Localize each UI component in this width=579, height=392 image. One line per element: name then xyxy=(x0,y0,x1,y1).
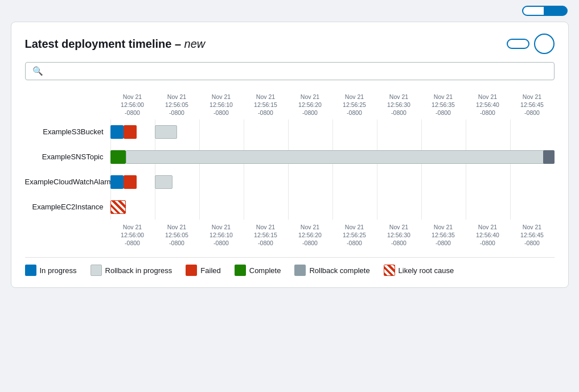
axis-tick: Nov 21 12:56:25 -0800 xyxy=(332,223,377,247)
legend-label: Complete xyxy=(249,266,281,275)
timeline-block xyxy=(155,175,173,189)
resource-row: ExampleS3Bucket xyxy=(25,119,555,145)
legend-item: Likely root cause xyxy=(384,265,454,276)
resource-track xyxy=(110,149,555,165)
legend-label: Likely root cause xyxy=(399,266,454,275)
resource-row: ExampleEC2Instance xyxy=(25,195,555,220)
timeline-block xyxy=(124,125,137,139)
resource-row: ExampleCloudWatchAlarm xyxy=(25,170,555,195)
search-input[interactable] xyxy=(48,67,547,76)
axis-tick: Nov 21 12:56:20 -0800 xyxy=(288,93,332,117)
timeline-block xyxy=(124,175,137,189)
axis-tick: Nov 21 12:56:30 -0800 xyxy=(377,93,421,117)
legend-item: Rollback in progress xyxy=(91,265,173,276)
axis-tick: Nov 21 12:56:00 -0800 xyxy=(110,223,155,247)
main-card: Latest deployment timeline – new 🔍 Nov 2… xyxy=(11,22,569,288)
resource-label: ExampleEC2Instance xyxy=(25,203,110,211)
table-view-tab[interactable] xyxy=(522,6,545,16)
timeline-block xyxy=(110,200,126,214)
refresh-button[interactable] xyxy=(534,34,555,54)
axis-tick: Nov 21 12:56:05 -0800 xyxy=(155,93,199,117)
axis-tick: Nov 21 12:56:45 -0800 xyxy=(510,223,555,247)
axis-tick: Nov 21 12:56:05 -0800 xyxy=(155,223,199,247)
axis-tick: Nov 21 12:56:20 -0800 xyxy=(288,223,332,247)
axis-tick: Nov 21 12:56:35 -0800 xyxy=(421,223,466,247)
timeline-container: Nov 21 12:56:00 -0800Nov 21 12:56:05 -08… xyxy=(25,92,555,247)
axis-tick: Nov 21 12:56:35 -0800 xyxy=(421,93,466,117)
legend-label: Failed xyxy=(200,266,220,275)
timeline-block xyxy=(110,175,124,189)
legend-label: Rollback in progress xyxy=(105,266,173,275)
card-header: Latest deployment timeline – new xyxy=(25,34,555,54)
timeline-view-tab[interactable] xyxy=(545,6,568,16)
legend: In progressRollback in progressFailedCom… xyxy=(25,257,555,276)
axis-tick: Nov 21 12:56:10 -0800 xyxy=(199,223,244,247)
axis-tick: Nov 21 12:56:15 -0800 xyxy=(244,223,288,247)
axis-tick: Nov 21 12:56:15 -0800 xyxy=(244,93,288,117)
axis-tick: Nov 21 12:56:40 -0800 xyxy=(466,93,510,117)
resource-track xyxy=(110,124,555,140)
resource-label: ExampleS3Bucket xyxy=(25,127,110,136)
axis-labels-bottom: Nov 21 12:56:00 -0800Nov 21 12:56:05 -08… xyxy=(110,223,555,247)
legend-item: Failed xyxy=(186,265,220,276)
resources-label xyxy=(25,93,110,117)
legend-color-box xyxy=(294,265,306,276)
timeline-grid: ExampleS3BucketExampleSNSTopicExampleClo… xyxy=(25,119,555,220)
legend-item: In progress xyxy=(25,265,77,276)
axis-tick: Nov 21 12:56:45 -0800 xyxy=(510,93,555,117)
legend-color-box xyxy=(25,265,36,276)
top-axis: Nov 21 12:56:00 -0800Nov 21 12:56:05 -08… xyxy=(25,93,555,117)
axis-labels-top: Nov 21 12:56:00 -0800Nov 21 12:56:05 -08… xyxy=(110,93,555,117)
legend-color-box xyxy=(235,265,246,276)
search-bar: 🔍 xyxy=(25,62,555,80)
timeline-block xyxy=(126,150,555,164)
legend-color-box xyxy=(186,265,197,276)
view-root-cause-button[interactable] xyxy=(507,39,529,49)
axis-tick: Nov 21 12:56:40 -0800 xyxy=(466,223,510,247)
bottom-axis: Nov 21 12:56:00 -0800Nov 21 12:56:05 -08… xyxy=(25,223,555,247)
resource-row: ExampleSNSTopic xyxy=(25,145,555,170)
legend-label: In progress xyxy=(40,266,77,275)
legend-label: Rollback complete xyxy=(309,266,369,275)
resource-track xyxy=(110,199,555,215)
resource-label: ExampleSNSTopic xyxy=(25,152,110,161)
axis-tick: Nov 21 12:56:00 -0800 xyxy=(110,93,155,117)
timeline-block xyxy=(155,125,177,139)
axis-tick: Nov 21 12:56:10 -0800 xyxy=(199,93,244,117)
page-title: Latest deployment timeline – new xyxy=(25,38,206,51)
header-actions xyxy=(507,34,555,54)
axis-tick: Nov 21 12:56:30 -0800 xyxy=(377,223,421,247)
legend-color-box xyxy=(91,265,102,276)
timeline-block xyxy=(110,150,126,164)
legend-item: Complete xyxy=(235,265,281,276)
rollback-complete-cap xyxy=(543,150,555,164)
legend-item: Rollback complete xyxy=(294,265,369,276)
axis-tick: Nov 21 12:56:25 -0800 xyxy=(332,93,377,117)
timeline-block xyxy=(110,125,124,139)
resource-label: ExampleCloudWatchAlarm xyxy=(25,178,110,186)
legend-color-box xyxy=(384,265,395,276)
resource-track xyxy=(110,174,555,190)
search-icon: 🔍 xyxy=(32,66,43,76)
